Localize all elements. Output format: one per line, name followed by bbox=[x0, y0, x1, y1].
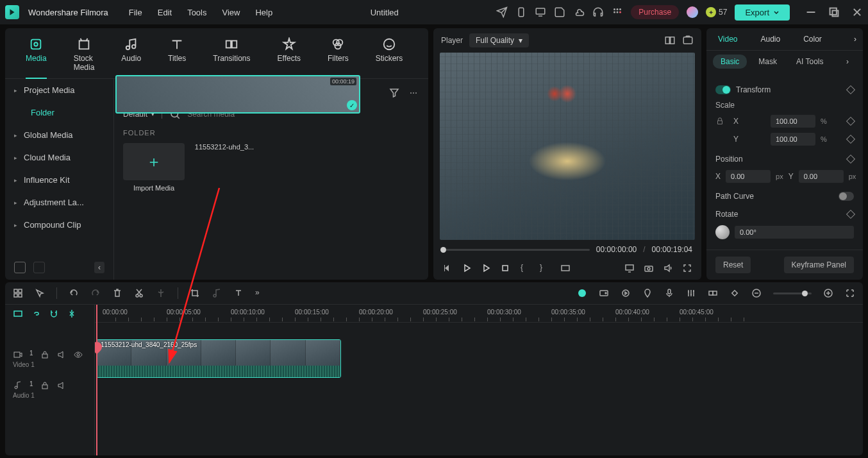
phone-icon[interactable] bbox=[515, 6, 527, 18]
menu-edit[interactable]: Edit bbox=[158, 8, 172, 17]
crop-icon[interactable] bbox=[190, 288, 200, 298]
cut-icon[interactable] bbox=[134, 288, 144, 298]
menu-view[interactable]: View bbox=[222, 8, 240, 17]
audio-track-header[interactable]: 1 Audio 1 bbox=[5, 374, 94, 405]
transform-keyframe-icon[interactable] bbox=[846, 85, 855, 94]
tab-stickers[interactable]: Stickers bbox=[376, 33, 403, 78]
scale-x-input[interactable] bbox=[771, 115, 815, 128]
collapse-sidebar-icon[interactable]: ‹ bbox=[94, 262, 104, 273]
volume-icon[interactable] bbox=[663, 263, 673, 273]
user-avatar[interactable] bbox=[687, 6, 698, 18]
tl-more-icon[interactable]: » bbox=[255, 288, 265, 298]
split-icon[interactable] bbox=[156, 288, 166, 298]
transform-toggle[interactable] bbox=[715, 85, 731, 94]
tab-stock-media[interactable]: Stock Media bbox=[74, 33, 95, 78]
new-bin-icon[interactable] bbox=[33, 262, 45, 273]
pos-y-input[interactable] bbox=[799, 170, 844, 183]
video-track-header[interactable]: 1 Video 1 bbox=[5, 343, 94, 374]
sidebar-item-folder[interactable]: Folder bbox=[5, 101, 113, 124]
prop-sub-mask[interactable]: Mask bbox=[751, 55, 785, 69]
delete-icon[interactable] bbox=[112, 288, 122, 298]
timeline-ruler[interactable]: 00:00:0000:00:05:0000:00:10:0000:00:15:0… bbox=[95, 305, 863, 323]
redo-icon[interactable] bbox=[90, 288, 101, 298]
prop-tabs-more-icon[interactable]: › bbox=[847, 28, 863, 50]
lock-icon[interactable] bbox=[40, 350, 50, 360]
mic-icon[interactable] bbox=[664, 288, 674, 298]
mark-in-icon[interactable]: { bbox=[521, 263, 531, 273]
import-media-tile[interactable]: ＋ Import Media bbox=[123, 143, 185, 192]
preview-scrubber[interactable] bbox=[442, 249, 590, 251]
menu-file[interactable]: File bbox=[129, 8, 142, 17]
mixer-icon[interactable] bbox=[686, 288, 696, 298]
sidebar-item-adjustment-layer[interactable]: ▸Adjustment La... bbox=[5, 191, 113, 214]
tab-filters[interactable]: Filters bbox=[328, 33, 349, 78]
scale-y-input[interactable] bbox=[771, 133, 815, 146]
tab-audio[interactable]: Audio bbox=[121, 33, 141, 78]
tl-cursor-icon[interactable] bbox=[35, 288, 45, 298]
menu-help[interactable]: Help bbox=[255, 8, 272, 17]
mute-icon[interactable] bbox=[56, 350, 67, 360]
maximize-icon[interactable] bbox=[828, 6, 840, 18]
sidebar-item-project-media[interactable]: ▸Project Media bbox=[5, 79, 113, 101]
text-icon[interactable] bbox=[233, 288, 244, 298]
preview-viewport[interactable] bbox=[440, 53, 695, 240]
sidebar-item-cloud-media[interactable]: ▸Cloud Media bbox=[5, 146, 113, 169]
aspect-icon[interactable] bbox=[560, 263, 571, 273]
coin-count[interactable]: ✦57 bbox=[706, 7, 727, 17]
headphones-icon[interactable] bbox=[592, 6, 604, 18]
zoom-out-icon[interactable] bbox=[751, 288, 762, 298]
display-icon[interactable] bbox=[624, 263, 635, 273]
position-keyframe-icon[interactable] bbox=[846, 155, 855, 164]
tab-effects[interactable]: Effects bbox=[278, 33, 301, 78]
prop-sub-more-icon[interactable]: › bbox=[839, 55, 856, 69]
prop-sub-ai[interactable]: AI Tools bbox=[789, 55, 831, 69]
send-icon[interactable] bbox=[496, 6, 508, 18]
track-add-icon[interactable] bbox=[13, 309, 23, 319]
snapshot-icon[interactable] bbox=[682, 35, 694, 46]
track-magnet-icon[interactable] bbox=[49, 309, 59, 319]
tab-titles[interactable]: Titles bbox=[168, 33, 186, 78]
speed-icon[interactable] bbox=[599, 288, 609, 298]
tab-transitions[interactable]: Transitions bbox=[213, 33, 250, 78]
keyframe-icon[interactable] bbox=[730, 288, 740, 298]
keyframe-panel-button[interactable]: Keyframe Panel bbox=[784, 257, 854, 273]
ai-icon[interactable] bbox=[577, 288, 587, 298]
media-clip-tile[interactable]: 00:00:19 ✓ 11553212-uhd_3... bbox=[194, 143, 255, 192]
fit-icon[interactable] bbox=[845, 288, 855, 298]
apps-icon[interactable] bbox=[612, 6, 623, 18]
scale-y-keyframe-icon[interactable] bbox=[846, 135, 855, 144]
sidebar-item-global-media[interactable]: ▸Global Media bbox=[5, 124, 113, 146]
desktop-icon[interactable] bbox=[535, 6, 546, 18]
save-icon[interactable] bbox=[554, 6, 565, 18]
minimize-icon[interactable] bbox=[805, 6, 817, 18]
new-folder-icon[interactable] bbox=[14, 262, 26, 273]
prop-tab-video[interactable]: Video bbox=[706, 28, 749, 50]
group-icon[interactable] bbox=[708, 288, 718, 298]
prop-tab-audio[interactable]: Audio bbox=[749, 28, 792, 50]
prop-sub-basic[interactable]: Basic bbox=[713, 55, 747, 69]
close-icon[interactable] bbox=[851, 6, 863, 18]
track-link-icon[interactable] bbox=[31, 309, 41, 319]
zoom-in-icon[interactable] bbox=[823, 288, 833, 298]
rotate-dial[interactable] bbox=[715, 225, 730, 239]
reset-button[interactable]: Reset bbox=[715, 257, 751, 273]
pos-x-input[interactable] bbox=[726, 170, 771, 183]
quality-dropdown[interactable]: Full Quality ▾ bbox=[469, 33, 529, 47]
cloud-icon[interactable] bbox=[573, 6, 585, 18]
rotate-input[interactable] bbox=[735, 226, 854, 239]
marker-icon[interactable] bbox=[642, 288, 653, 298]
compare-icon[interactable] bbox=[664, 35, 676, 46]
zoom-slider[interactable] bbox=[773, 293, 812, 294]
eye-icon[interactable] bbox=[73, 350, 83, 360]
undo-icon[interactable] bbox=[69, 288, 79, 298]
render-icon[interactable] bbox=[621, 288, 631, 298]
rotate-keyframe-icon[interactable] bbox=[846, 210, 855, 219]
timeline-clip[interactable]: 11553212-uhd_3840_2160_25fps bbox=[96, 339, 341, 378]
export-button[interactable]: Export bbox=[735, 4, 790, 21]
playhead[interactable] bbox=[96, 305, 97, 455]
prop-tab-color[interactable]: Color bbox=[792, 28, 833, 50]
stop-icon[interactable] bbox=[500, 263, 510, 273]
filter-icon[interactable] bbox=[388, 87, 400, 99]
more-icon[interactable]: ⋯ bbox=[408, 87, 419, 99]
tl-layout-icon[interactable] bbox=[13, 288, 23, 298]
